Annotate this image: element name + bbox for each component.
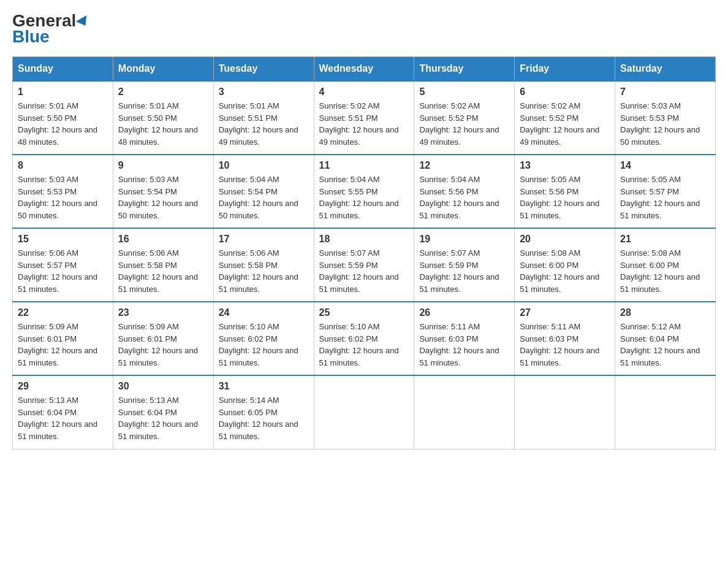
day-info: Sunrise: 5:03 AMSunset: 5:54 PMDaylight:…	[118, 175, 198, 220]
day-info: Sunrise: 5:08 AMSunset: 6:00 PMDaylight:…	[520, 248, 599, 294]
day-number: 19	[419, 234, 509, 245]
day-info: Sunrise: 5:13 AMSunset: 6:04 PMDaylight:…	[118, 396, 198, 441]
day-number: 9	[118, 160, 208, 171]
calendar-table: SundayMondayTuesdayWednesdayThursdayFrid…	[12, 56, 716, 450]
day-info: Sunrise: 5:05 AMSunset: 5:56 PMDaylight:…	[520, 175, 599, 220]
day-cell: 8 Sunrise: 5:03 AMSunset: 5:53 PMDayligh…	[13, 155, 113, 228]
day-info: Sunrise: 5:10 AMSunset: 6:02 PMDaylight:…	[219, 322, 298, 367]
weekday-header-monday: Monday	[113, 57, 213, 82]
day-cell: 3 Sunrise: 5:01 AMSunset: 5:51 PMDayligh…	[213, 81, 314, 155]
page-header: General Blue	[12, 12, 716, 47]
logo-blue: Blue	[12, 27, 50, 47]
day-number: 16	[118, 234, 208, 245]
week-row-2: 8 Sunrise: 5:03 AMSunset: 5:53 PMDayligh…	[13, 155, 716, 228]
week-row-3: 15 Sunrise: 5:06 AMSunset: 5:57 PMDaylig…	[13, 228, 716, 302]
day-cell: 12 Sunrise: 5:04 AMSunset: 5:56 PMDaylig…	[414, 155, 515, 228]
day-cell: 27 Sunrise: 5:11 AMSunset: 6:03 PMDaylig…	[515, 302, 615, 375]
day-number: 3	[219, 86, 309, 98]
day-cell: 15 Sunrise: 5:06 AMSunset: 5:57 PMDaylig…	[13, 228, 113, 302]
day-number: 28	[620, 307, 710, 318]
day-info: Sunrise: 5:03 AMSunset: 5:53 PMDaylight:…	[620, 101, 700, 147]
day-info: Sunrise: 5:08 AMSunset: 6:00 PMDaylight:…	[620, 248, 700, 294]
day-info: Sunrise: 5:01 AMSunset: 5:50 PMDaylight:…	[118, 101, 198, 147]
day-info: Sunrise: 5:09 AMSunset: 6:01 PMDaylight:…	[18, 322, 97, 367]
day-cell: 9 Sunrise: 5:03 AMSunset: 5:54 PMDayligh…	[113, 155, 213, 228]
day-info: Sunrise: 5:04 AMSunset: 5:55 PMDaylight:…	[319, 175, 399, 220]
day-number: 8	[18, 160, 108, 171]
day-cell: 14 Sunrise: 5:05 AMSunset: 5:57 PMDaylig…	[615, 155, 716, 228]
day-cell: 21 Sunrise: 5:08 AMSunset: 6:00 PMDaylig…	[615, 228, 716, 302]
day-number: 7	[620, 86, 710, 98]
day-number: 31	[219, 381, 309, 392]
day-number: 2	[118, 86, 208, 98]
weekday-header-friday: Friday	[515, 57, 615, 82]
day-info: Sunrise: 5:02 AMSunset: 5:52 PMDaylight:…	[419, 101, 499, 147]
day-cell	[414, 375, 515, 449]
day-info: Sunrise: 5:01 AMSunset: 5:50 PMDaylight:…	[18, 101, 97, 147]
day-cell: 6 Sunrise: 5:02 AMSunset: 5:52 PMDayligh…	[515, 81, 615, 155]
day-cell: 16 Sunrise: 5:06 AMSunset: 5:58 PMDaylig…	[113, 228, 213, 302]
day-number: 15	[18, 234, 108, 245]
day-number: 27	[520, 307, 610, 318]
weekday-header-thursday: Thursday	[414, 57, 515, 82]
day-number: 30	[118, 381, 208, 392]
day-info: Sunrise: 5:04 AMSunset: 5:56 PMDaylight:…	[419, 175, 499, 220]
day-number: 20	[520, 234, 610, 245]
day-number: 26	[419, 307, 509, 318]
day-number: 11	[319, 160, 409, 171]
day-cell: 11 Sunrise: 5:04 AMSunset: 5:55 PMDaylig…	[314, 155, 414, 228]
day-cell: 24 Sunrise: 5:10 AMSunset: 6:02 PMDaylig…	[213, 302, 314, 375]
day-info: Sunrise: 5:09 AMSunset: 6:01 PMDaylight:…	[118, 322, 198, 367]
day-cell	[314, 375, 414, 449]
day-cell	[615, 375, 716, 449]
day-info: Sunrise: 5:03 AMSunset: 5:53 PMDaylight:…	[18, 175, 97, 220]
day-cell: 22 Sunrise: 5:09 AMSunset: 6:01 PMDaylig…	[13, 302, 113, 375]
day-number: 14	[620, 160, 710, 171]
day-info: Sunrise: 5:11 AMSunset: 6:03 PMDaylight:…	[419, 322, 499, 367]
day-cell: 25 Sunrise: 5:10 AMSunset: 6:02 PMDaylig…	[314, 302, 414, 375]
day-number: 10	[219, 160, 309, 171]
day-info: Sunrise: 5:05 AMSunset: 5:57 PMDaylight:…	[620, 175, 700, 220]
day-cell: 29 Sunrise: 5:13 AMSunset: 6:04 PMDaylig…	[13, 375, 113, 449]
day-cell: 19 Sunrise: 5:07 AMSunset: 5:59 PMDaylig…	[414, 228, 515, 302]
day-cell: 26 Sunrise: 5:11 AMSunset: 6:03 PMDaylig…	[414, 302, 515, 375]
day-info: Sunrise: 5:06 AMSunset: 5:58 PMDaylight:…	[219, 248, 298, 294]
day-number: 6	[520, 86, 610, 98]
day-cell: 2 Sunrise: 5:01 AMSunset: 5:50 PMDayligh…	[113, 81, 213, 155]
day-info: Sunrise: 5:02 AMSunset: 5:52 PMDaylight:…	[520, 101, 599, 147]
day-number: 13	[520, 160, 610, 171]
day-info: Sunrise: 5:02 AMSunset: 5:51 PMDaylight:…	[319, 101, 399, 147]
weekday-header-row: SundayMondayTuesdayWednesdayThursdayFrid…	[13, 57, 716, 82]
weekday-header-tuesday: Tuesday	[213, 57, 314, 82]
week-row-4: 22 Sunrise: 5:09 AMSunset: 6:01 PMDaylig…	[13, 302, 716, 375]
day-info: Sunrise: 5:07 AMSunset: 5:59 PMDaylight:…	[319, 248, 399, 294]
weekday-header-wednesday: Wednesday	[314, 57, 414, 82]
day-cell	[515, 375, 615, 449]
day-cell: 31 Sunrise: 5:14 AMSunset: 6:05 PMDaylig…	[213, 375, 314, 449]
day-number: 25	[319, 307, 409, 318]
day-info: Sunrise: 5:14 AMSunset: 6:05 PMDaylight:…	[219, 396, 298, 441]
logo: General Blue	[12, 12, 89, 47]
logo-triangle-icon	[76, 15, 91, 29]
day-info: Sunrise: 5:06 AMSunset: 5:58 PMDaylight:…	[118, 248, 198, 294]
day-cell: 30 Sunrise: 5:13 AMSunset: 6:04 PMDaylig…	[113, 375, 213, 449]
day-number: 21	[620, 234, 710, 245]
week-row-1: 1 Sunrise: 5:01 AMSunset: 5:50 PMDayligh…	[13, 81, 716, 155]
day-info: Sunrise: 5:11 AMSunset: 6:03 PMDaylight:…	[520, 322, 599, 367]
day-info: Sunrise: 5:06 AMSunset: 5:57 PMDaylight:…	[18, 248, 97, 294]
day-number: 12	[419, 160, 509, 171]
day-number: 23	[118, 307, 208, 318]
day-cell: 1 Sunrise: 5:01 AMSunset: 5:50 PMDayligh…	[13, 81, 113, 155]
day-info: Sunrise: 5:01 AMSunset: 5:51 PMDaylight:…	[219, 101, 298, 147]
day-cell: 28 Sunrise: 5:12 AMSunset: 6:04 PMDaylig…	[615, 302, 716, 375]
day-cell: 7 Sunrise: 5:03 AMSunset: 5:53 PMDayligh…	[615, 81, 716, 155]
day-number: 29	[18, 381, 108, 392]
day-info: Sunrise: 5:07 AMSunset: 5:59 PMDaylight:…	[419, 248, 499, 294]
day-number: 4	[319, 86, 409, 98]
day-cell: 20 Sunrise: 5:08 AMSunset: 6:00 PMDaylig…	[515, 228, 615, 302]
day-number: 5	[419, 86, 509, 98]
day-cell: 4 Sunrise: 5:02 AMSunset: 5:51 PMDayligh…	[314, 81, 414, 155]
day-number: 24	[219, 307, 309, 318]
day-number: 18	[319, 234, 409, 245]
day-number: 17	[219, 234, 309, 245]
